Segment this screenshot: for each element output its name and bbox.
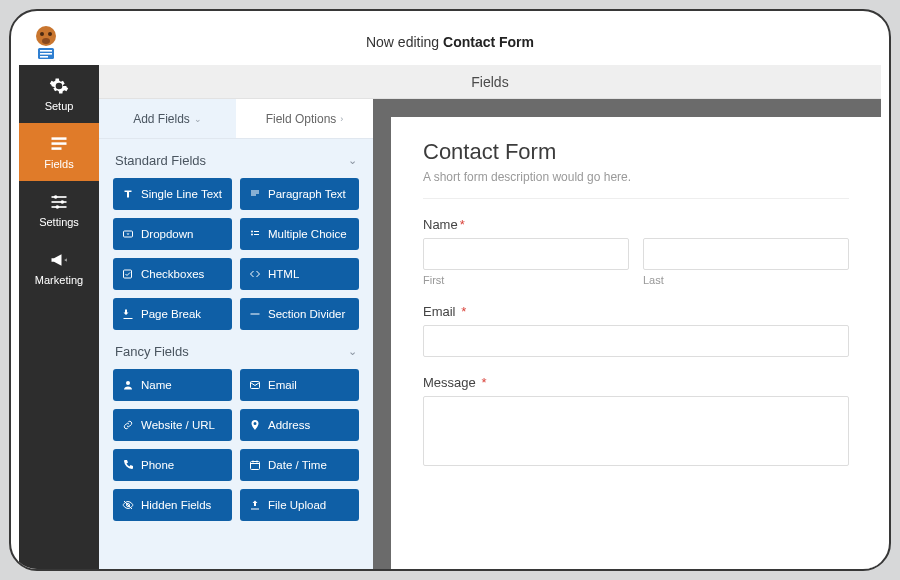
field-label: Name* [423,217,849,232]
pin-icon [249,419,261,431]
form-title: Contact Form [423,139,849,165]
tab-add-fields[interactable]: Add Fields ⌄ [99,99,236,138]
field-website[interactable]: Website / URL [113,409,232,441]
svg-point-15 [61,200,65,204]
nav-setup[interactable]: Setup [19,65,99,123]
field-label: Checkboxes [141,268,204,280]
form-description: A short form description would go here. [423,170,849,184]
nav-settings[interactable]: Settings [19,181,99,239]
title-form-name: Contact Form [443,34,534,50]
code-icon [249,268,261,280]
svg-rect-9 [52,142,67,145]
svg-point-14 [54,195,58,199]
svg-rect-12 [52,201,67,203]
tab-label: Field Options [266,112,337,126]
chevron-down-icon: ⌄ [194,114,202,124]
eye-off-icon [122,499,134,511]
top-bar: Now editing Contact Form [19,19,881,65]
nav-fields[interactable]: Fields [19,123,99,181]
chevron-down-icon: ⌄ [348,154,357,167]
divider-icon [249,308,261,320]
field-address[interactable]: Address [240,409,359,441]
user-icon [122,379,134,391]
field-checkboxes[interactable]: Checkboxes [113,258,232,290]
svg-point-2 [48,32,52,36]
svg-point-24 [126,381,130,385]
field-label: Website / URL [141,419,215,431]
wpforms-mascot-icon [26,22,66,62]
paragraph-icon [249,188,261,200]
field-label: Hidden Fields [141,499,211,511]
field-label: Section Divider [268,308,345,320]
svg-rect-8 [52,137,67,140]
form-preview: Contact Form A short form description wo… [391,117,881,569]
group-title: Fancy Fields [115,344,189,359]
field-multiple-choice[interactable]: Multiple Choice [240,218,359,250]
field-date-time[interactable]: Date / Time [240,449,359,481]
svg-point-20 [251,234,253,236]
tab-field-options[interactable]: Field Options › [236,99,373,138]
last-name-input[interactable] [643,238,849,270]
calendar-icon [249,459,261,471]
divider [423,198,849,199]
preview-canvas: Contact Form A short form description wo… [373,99,881,569]
tab-label: Add Fields [133,112,190,126]
text-icon [122,188,134,200]
field-dropdown[interactable]: Dropdown [113,218,232,250]
svg-point-1 [40,32,44,36]
field-label: Page Break [141,308,201,320]
sliders-icon [49,192,69,212]
title-prefix: Now editing [366,34,443,50]
svg-rect-6 [40,53,52,55]
field-message-block[interactable]: Message * [423,375,849,470]
field-label: Message * [423,375,849,390]
svg-rect-21 [254,234,259,235]
nav-label: Fields [44,158,73,170]
field-label: Date / Time [268,459,327,471]
field-email-block[interactable]: Email * [423,304,849,357]
pagebreak-icon [122,308,134,320]
field-label: Multiple Choice [268,228,347,240]
palette-tabs: Add Fields ⌄ Field Options › [99,99,373,139]
group-fancy-fields[interactable]: Fancy Fields ⌄ [113,330,359,369]
logo [19,19,73,65]
field-section-divider[interactable]: Section Divider [240,298,359,330]
first-name-input[interactable] [423,238,629,270]
message-input[interactable] [423,396,849,466]
svg-rect-5 [40,50,52,52]
megaphone-icon [49,250,69,270]
field-label: Email [268,379,297,391]
field-file-upload[interactable]: File Upload [240,489,359,521]
list-icon [249,228,261,240]
field-label: HTML [268,268,299,280]
field-name[interactable]: Name [113,369,232,401]
nav-marketing[interactable]: Marketing [19,239,99,297]
svg-point-3 [42,38,50,44]
field-single-line-text[interactable]: Single Line Text [113,178,232,210]
check-icon [122,268,134,280]
chevron-down-icon: ⌄ [348,345,357,358]
page-title: Now editing Contact Form [19,34,881,50]
field-phone[interactable]: Phone [113,449,232,481]
svg-rect-7 [40,56,48,58]
group-standard-fields[interactable]: Standard Fields ⌄ [113,139,359,178]
chevron-right-icon: › [340,114,343,124]
field-html[interactable]: HTML [240,258,359,290]
email-input[interactable] [423,325,849,357]
nav-label: Settings [39,216,79,228]
svg-rect-10 [52,147,62,150]
field-name-block[interactable]: Name* First Last [423,217,849,286]
field-email[interactable]: Email [240,369,359,401]
field-paragraph-text[interactable]: Paragraph Text [240,178,359,210]
svg-point-16 [56,205,60,209]
field-hidden[interactable]: Hidden Fields [113,489,232,521]
gear-icon [49,76,69,96]
link-icon [122,419,134,431]
field-label: File Upload [268,499,326,511]
field-page-break[interactable]: Page Break [113,298,232,330]
field-label: Dropdown [141,228,193,240]
sublabel-last: Last [643,274,849,286]
group-title: Standard Fields [115,153,206,168]
form-icon [49,134,69,154]
required-mark: * [481,375,486,390]
